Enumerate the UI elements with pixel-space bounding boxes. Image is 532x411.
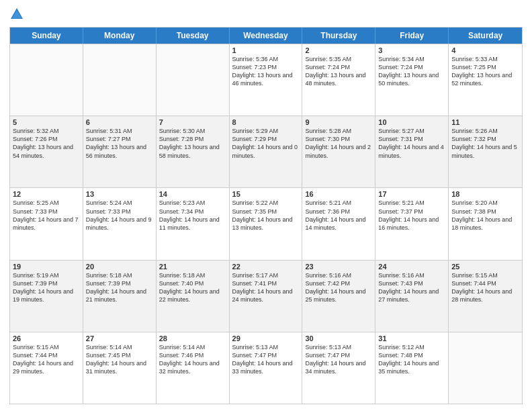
header-day-saturday: Saturday [449, 28, 522, 44]
day-info: Sunrise: 5:18 AM Sunset: 7:39 PM Dayligh… [86, 271, 153, 304]
header [9, 7, 523, 21]
logo [9, 7, 26, 21]
day-number: 22 [232, 263, 300, 271]
day-number: 5 [13, 118, 80, 126]
day-info: Sunrise: 5:16 AM Sunset: 7:43 PM Dayligh… [378, 271, 445, 304]
calendar: SundayMondayTuesdayWednesdayThursdayFrid… [9, 27, 523, 404]
day-number: 29 [232, 334, 300, 342]
day-info: Sunrise: 5:14 AM Sunset: 7:45 PM Dayligh… [86, 343, 153, 376]
day-cell-13: 13Sunrise: 5:24 AM Sunset: 7:33 PM Dayli… [83, 188, 157, 259]
day-cell-8: 8Sunrise: 5:29 AM Sunset: 7:29 PM Daylig… [230, 116, 303, 187]
day-info: Sunrise: 5:29 AM Sunset: 7:29 PM Dayligh… [232, 127, 300, 160]
day-cell-26: 26Sunrise: 5:15 AM Sunset: 7:44 PM Dayli… [10, 332, 83, 404]
day-info: Sunrise: 5:33 AM Sunset: 7:25 PM Dayligh… [451, 55, 519, 88]
day-cell-17: 17Sunrise: 5:21 AM Sunset: 7:37 PM Dayli… [375, 188, 449, 259]
calendar-row-3: 19Sunrise: 5:19 AM Sunset: 7:39 PM Dayli… [10, 260, 522, 332]
day-cell-15: 15Sunrise: 5:22 AM Sunset: 7:35 PM Dayli… [230, 188, 303, 259]
day-number: 21 [159, 263, 226, 271]
empty-cell-4-6 [449, 332, 522, 404]
header-day-wednesday: Wednesday [230, 28, 303, 44]
day-info: Sunrise: 5:18 AM Sunset: 7:40 PM Dayligh… [159, 271, 226, 304]
day-cell-31: 31Sunrise: 5:12 AM Sunset: 7:48 PM Dayli… [375, 332, 449, 404]
logo-icon [9, 7, 24, 21]
day-number: 6 [86, 118, 153, 126]
day-info: Sunrise: 5:15 AM Sunset: 7:44 PM Dayligh… [13, 343, 80, 376]
day-info: Sunrise: 5:36 AM Sunset: 7:23 PM Dayligh… [232, 55, 300, 88]
day-number: 11 [451, 118, 519, 126]
day-number: 3 [378, 46, 445, 54]
header-day-thursday: Thursday [302, 28, 375, 44]
day-number: 25 [451, 263, 519, 271]
header-day-tuesday: Tuesday [157, 28, 230, 44]
day-number: 8 [232, 118, 300, 126]
day-info: Sunrise: 5:14 AM Sunset: 7:46 PM Dayligh… [159, 343, 226, 376]
day-number: 10 [378, 118, 445, 126]
day-info: Sunrise: 5:28 AM Sunset: 7:30 PM Dayligh… [305, 127, 372, 160]
page: SundayMondayTuesdayWednesdayThursdayFrid… [0, 0, 532, 411]
day-info: Sunrise: 5:16 AM Sunset: 7:42 PM Dayligh… [305, 271, 372, 304]
day-cell-28: 28Sunrise: 5:14 AM Sunset: 7:46 PM Dayli… [157, 332, 230, 404]
day-cell-12: 12Sunrise: 5:25 AM Sunset: 7:33 PM Dayli… [10, 188, 83, 259]
empty-cell-0-1 [83, 44, 157, 116]
header-day-friday: Friday [375, 28, 449, 44]
day-cell-21: 21Sunrise: 5:18 AM Sunset: 7:40 PM Dayli… [157, 261, 230, 332]
day-number: 7 [159, 118, 226, 126]
day-cell-23: 23Sunrise: 5:16 AM Sunset: 7:42 PM Dayli… [302, 261, 375, 332]
calendar-row-1: 5Sunrise: 5:32 AM Sunset: 7:26 PM Daylig… [10, 116, 522, 187]
day-number: 9 [305, 118, 372, 126]
day-info: Sunrise: 5:19 AM Sunset: 7:39 PM Dayligh… [13, 271, 80, 304]
calendar-body: 1Sunrise: 5:36 AM Sunset: 7:23 PM Daylig… [10, 44, 522, 404]
day-number: 17 [378, 190, 445, 198]
day-info: Sunrise: 5:34 AM Sunset: 7:24 PM Dayligh… [378, 55, 445, 88]
day-info: Sunrise: 5:30 AM Sunset: 7:28 PM Dayligh… [159, 127, 226, 160]
day-info: Sunrise: 5:22 AM Sunset: 7:35 PM Dayligh… [232, 199, 300, 232]
day-number: 31 [378, 334, 445, 342]
day-cell-16: 16Sunrise: 5:21 AM Sunset: 7:36 PM Dayli… [302, 188, 375, 259]
day-info: Sunrise: 5:21 AM Sunset: 7:36 PM Dayligh… [305, 199, 372, 232]
day-cell-27: 27Sunrise: 5:14 AM Sunset: 7:45 PM Dayli… [83, 332, 157, 404]
day-number: 1 [232, 46, 300, 54]
day-cell-6: 6Sunrise: 5:31 AM Sunset: 7:27 PM Daylig… [83, 116, 157, 187]
header-day-sunday: Sunday [10, 28, 83, 44]
day-cell-24: 24Sunrise: 5:16 AM Sunset: 7:43 PM Dayli… [375, 261, 449, 332]
day-info: Sunrise: 5:21 AM Sunset: 7:37 PM Dayligh… [378, 199, 445, 232]
day-number: 23 [305, 263, 372, 271]
day-number: 19 [13, 263, 80, 271]
day-cell-2: 2Sunrise: 5:35 AM Sunset: 7:24 PM Daylig… [302, 44, 375, 116]
day-number: 28 [159, 334, 226, 342]
header-day-monday: Monday [83, 28, 157, 44]
day-cell-19: 19Sunrise: 5:19 AM Sunset: 7:39 PM Dayli… [10, 261, 83, 332]
day-cell-30: 30Sunrise: 5:13 AM Sunset: 7:47 PM Dayli… [302, 332, 375, 404]
day-info: Sunrise: 5:31 AM Sunset: 7:27 PM Dayligh… [86, 127, 153, 160]
day-info: Sunrise: 5:12 AM Sunset: 7:48 PM Dayligh… [378, 343, 445, 376]
day-number: 18 [451, 190, 519, 198]
day-info: Sunrise: 5:17 AM Sunset: 7:41 PM Dayligh… [232, 271, 300, 304]
day-number: 13 [86, 190, 153, 198]
calendar-row-2: 12Sunrise: 5:25 AM Sunset: 7:33 PM Dayli… [10, 187, 522, 259]
day-number: 26 [13, 334, 80, 342]
day-info: Sunrise: 5:26 AM Sunset: 7:32 PM Dayligh… [451, 127, 519, 160]
day-cell-18: 18Sunrise: 5:20 AM Sunset: 7:38 PM Dayli… [449, 188, 522, 259]
day-info: Sunrise: 5:32 AM Sunset: 7:26 PM Dayligh… [13, 127, 80, 160]
empty-cell-0-2 [157, 44, 230, 116]
day-cell-29: 29Sunrise: 5:13 AM Sunset: 7:47 PM Dayli… [230, 332, 303, 404]
day-info: Sunrise: 5:15 AM Sunset: 7:44 PM Dayligh… [451, 271, 519, 304]
calendar-header: SundayMondayTuesdayWednesdayThursdayFrid… [10, 28, 522, 44]
day-cell-11: 11Sunrise: 5:26 AM Sunset: 7:32 PM Dayli… [449, 116, 522, 187]
day-info: Sunrise: 5:13 AM Sunset: 7:47 PM Dayligh… [232, 343, 300, 376]
day-number: 30 [305, 334, 372, 342]
day-cell-1: 1Sunrise: 5:36 AM Sunset: 7:23 PM Daylig… [230, 44, 303, 116]
calendar-row-4: 26Sunrise: 5:15 AM Sunset: 7:44 PM Dayli… [10, 332, 522, 404]
day-cell-9: 9Sunrise: 5:28 AM Sunset: 7:30 PM Daylig… [302, 116, 375, 187]
day-cell-22: 22Sunrise: 5:17 AM Sunset: 7:41 PM Dayli… [230, 261, 303, 332]
empty-cell-0-0 [10, 44, 83, 116]
calendar-row-0: 1Sunrise: 5:36 AM Sunset: 7:23 PM Daylig… [10, 44, 522, 116]
day-cell-7: 7Sunrise: 5:30 AM Sunset: 7:28 PM Daylig… [157, 116, 230, 187]
day-cell-14: 14Sunrise: 5:23 AM Sunset: 7:34 PM Dayli… [157, 188, 230, 259]
day-number: 20 [86, 263, 153, 271]
day-info: Sunrise: 5:23 AM Sunset: 7:34 PM Dayligh… [159, 199, 226, 232]
day-cell-5: 5Sunrise: 5:32 AM Sunset: 7:26 PM Daylig… [10, 116, 83, 187]
day-cell-25: 25Sunrise: 5:15 AM Sunset: 7:44 PM Dayli… [449, 261, 522, 332]
day-info: Sunrise: 5:27 AM Sunset: 7:31 PM Dayligh… [378, 127, 445, 160]
day-info: Sunrise: 5:13 AM Sunset: 7:47 PM Dayligh… [305, 343, 372, 376]
